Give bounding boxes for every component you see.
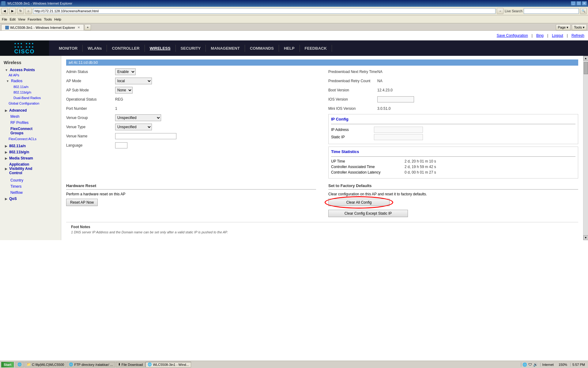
taskbar-item-wlc-window[interactable]: 🌐 WLC5508-3in1 - Wind... (145, 362, 191, 367)
favorites-menu[interactable]: Favorites (28, 17, 41, 21)
scroll-up-arrow[interactable]: ▲ (583, 56, 588, 61)
taskbar-item-cwlc500[interactable]: 📁 C:\ftp|WLC|WLC5500 (24, 362, 66, 367)
flexconnect-acls-link[interactable]: FlexConnect ACLs (9, 137, 36, 141)
nav-wlans[interactable]: WLANs (83, 45, 107, 52)
sidebar-item-radios[interactable]: ▼ Radios (0, 78, 61, 84)
admin-status-select[interactable]: Enable Disable (115, 68, 136, 75)
802-11an-link[interactable]: 802.11a/n (13, 85, 28, 89)
controller-assoc-latency-label: Controller Association Latency (331, 170, 405, 174)
ap-mode-select[interactable]: local monitor sniffer (115, 78, 152, 84)
new-tab-button[interactable]: + (85, 24, 91, 30)
refresh-link[interactable]: Refresh (571, 33, 584, 38)
view-menu[interactable]: View (18, 17, 25, 21)
country-link[interactable]: Country (10, 178, 23, 182)
taskbar-item-ftp-dir[interactable]: 🌐 FTP directory /ralakkar/ ... (67, 362, 115, 367)
minimize-button[interactable]: _ (571, 1, 576, 6)
qos-link[interactable]: QoS (9, 197, 17, 201)
nav-management[interactable]: MANAGEMENT (206, 45, 245, 52)
nav-feedback[interactable]: FEEDBACK (300, 45, 332, 52)
tools-menu[interactable]: Tools (44, 17, 52, 21)
access-points-link[interactable]: Access Points (10, 68, 35, 72)
nav-wireless[interactable]: WIRELESS (145, 45, 176, 52)
sidebar-sub-all-aps[interactable]: All APs (0, 73, 61, 77)
media-stream-link[interactable]: Media Stream (9, 156, 33, 160)
ap-sub-mode-select[interactable]: None WIPS (115, 87, 133, 94)
venue-type-select[interactable]: Unspecified (115, 124, 152, 130)
802-11an-main-link[interactable]: 802.11a/n (9, 144, 26, 148)
search-go-button[interactable]: 🔍 (580, 8, 587, 14)
802-11bgn-triangle-icon: ▶ (5, 151, 7, 154)
browser-tab[interactable]: WLC5508-3in1 - Windows Internet Explorer… (1, 24, 84, 30)
sidebar-sub-802-11an[interactable]: 802.11a/n (0, 84, 61, 90)
flexconnect-groups-link[interactable]: FlexConnectGroups (10, 127, 32, 135)
802-11bgn-link[interactable]: 802.11b/g/n (13, 90, 31, 94)
tab-close-icon[interactable]: ✕ (77, 26, 80, 29)
scrollbar-right[interactable]: ▲ ▼ (583, 56, 588, 240)
address-input[interactable] (33, 8, 496, 14)
clear-config-except-static-ip-button[interactable]: Clear Config Except Static IP (328, 210, 408, 217)
scroll-down-arrow[interactable]: ▼ (583, 235, 588, 240)
wlc-window-label: WLC5508-3in1 - Wind... (153, 363, 189, 366)
edit-menu[interactable]: Edit (10, 17, 16, 21)
start-button[interactable]: Start (1, 362, 14, 367)
scroll-thumb[interactable] (584, 62, 588, 74)
dual-band-link[interactable]: Dual-Band Radios (13, 96, 41, 100)
sidebar-sub-global-config[interactable]: Global Configuration (0, 101, 61, 106)
ios-version-input[interactable] (377, 96, 414, 102)
controller-assoc-latency-value: 0 d, 00 h 01 m 27 s (405, 170, 436, 174)
save-configuration-link[interactable]: Save Configuration (497, 33, 528, 38)
sidebar-sub-dual-band[interactable]: Dual-Band Radios (0, 95, 61, 101)
global-config-link[interactable]: Global Configuration (9, 102, 39, 105)
tools-dropdown[interactable]: Tools ▾ (572, 24, 587, 30)
back-button[interactable]: ◀ (1, 8, 8, 14)
all-aps-link[interactable]: All APs (9, 73, 19, 77)
maximize-button[interactable]: □ (576, 1, 581, 6)
clear-all-config-button[interactable]: Clear All Config (328, 199, 390, 206)
nav-monitor[interactable]: MONITOR (54, 45, 83, 52)
advanced-link[interactable]: Advanced (9, 108, 27, 113)
rf-profiles-link[interactable]: RF Profiles (10, 121, 28, 125)
sidebar-item-access-points[interactable]: ▼ Access Points (0, 67, 61, 73)
sidebar-item-timers[interactable]: Timers (0, 183, 61, 190)
app-visibility-link[interactable]: ApplicationVisibility AndControl (9, 162, 32, 175)
sidebar-item-country[interactable]: Country (0, 177, 61, 183)
go-button[interactable]: → (497, 8, 503, 14)
sidebar-item-802-11an-main[interactable]: ▶ 802.11a/n (0, 143, 61, 149)
nav-help[interactable]: HELP (279, 45, 300, 52)
radios-link[interactable]: Radios (11, 79, 22, 83)
sidebar-sub-flexconnect-acls[interactable]: FlexConnect ACLs (0, 136, 61, 142)
close-button[interactable]: ✕ (582, 1, 587, 6)
refresh-nav-button[interactable]: ↻ (17, 8, 24, 14)
search-input[interactable] (524, 8, 579, 14)
nav-controller[interactable]: CONTROLLER (107, 45, 145, 52)
sidebar-item-flexconnect[interactable]: FlexConnectGroups (0, 126, 61, 136)
sidebar-item-mesh[interactable]: Mesh (0, 113, 61, 120)
bing-link[interactable]: Bing (536, 33, 544, 38)
venue-group-select[interactable]: Unspecified (115, 114, 161, 121)
reset-ap-now-button[interactable]: Reset AP Now (66, 199, 98, 206)
language-input[interactable] (115, 142, 127, 148)
taskbar-item-ie[interactable]: 🌐 (15, 362, 24, 367)
page-menu[interactable]: Page ▾ (556, 24, 571, 30)
nav-commands[interactable]: COMMANDS (245, 45, 279, 52)
sidebar-item-rf-profiles[interactable]: RF Profiles (0, 120, 61, 126)
forward-button[interactable]: ▶ (9, 8, 16, 14)
timers-link[interactable]: Timers (10, 184, 21, 189)
home-button[interactable]: ⌂ (25, 8, 32, 14)
nav-security[interactable]: SECURITY (176, 45, 206, 52)
sidebar-item-802-11bgn-main[interactable]: ▶ 802.11b/g/n (0, 149, 61, 155)
sidebar-item-app-visibility[interactable]: ▶ ApplicationVisibility AndControl (0, 161, 61, 176)
mesh-link[interactable]: Mesh (10, 114, 19, 119)
sidebar-item-advanced[interactable]: ▶ Advanced (0, 107, 61, 113)
sidebar-item-netflow[interactable]: Netflow (0, 190, 61, 196)
sidebar-item-media-stream[interactable]: ▶ Media Stream (0, 155, 61, 161)
taskbar-item-file-download[interactable]: ⬇ File Download (116, 362, 145, 367)
802-11bgn-main-link[interactable]: 802.11b/g/n (9, 150, 29, 154)
sidebar-sub-802-11bgn[interactable]: 802.11b/g/n (0, 90, 61, 95)
sidebar-item-qos[interactable]: ▶ QoS (0, 196, 61, 202)
logout-link[interactable]: Logout (552, 33, 563, 38)
netflow-link[interactable]: Netflow (10, 190, 23, 195)
file-menu[interactable]: File (2, 17, 7, 21)
venue-name-input[interactable] (115, 133, 176, 139)
help-menu[interactable]: Help (54, 17, 61, 21)
